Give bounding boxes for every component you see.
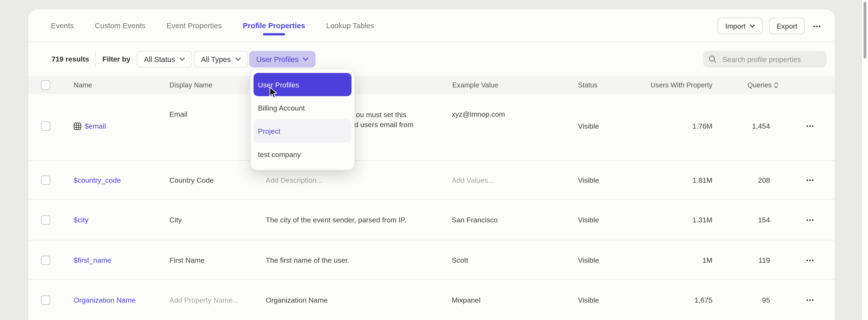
users-with-property-cell: 1.81M: [692, 176, 713, 184]
property-name-cell: $first_name: [74, 256, 111, 264]
column-header-example-value: Example Value: [452, 81, 498, 89]
row-more-options-icon[interactable]: •••: [802, 177, 819, 183]
display-name-cell[interactable]: Email: [169, 110, 187, 118]
dropdown-item-user-profiles[interactable]: User Profiles: [254, 73, 351, 96]
description-cell[interactable]: Organization Name: [266, 296, 328, 304]
example-value-cell: Scott: [452, 256, 468, 264]
table-row: Organization Name Add Property Name... O…: [28, 279, 835, 320]
filter-by-label: Filter by: [102, 55, 130, 63]
export-button[interactable]: Export: [769, 17, 805, 34]
column-header-name: Name: [74, 81, 92, 89]
chevron-down-icon: [303, 58, 308, 61]
property-name-link[interactable]: $email: [85, 122, 106, 130]
entity-filter-chip[interactable]: User Profiles: [249, 51, 316, 68]
sort-icon: [774, 82, 778, 88]
example-value-cell: xyz@lmnop.com: [452, 110, 505, 118]
import-button[interactable]: Import: [717, 17, 763, 34]
status-cell[interactable]: Visible: [578, 122, 599, 130]
table-header-row: Name Display Name Example Value Status U…: [28, 76, 835, 94]
row-checkbox[interactable]: [41, 255, 50, 264]
results-count[interactable]: 719 results: [52, 55, 89, 63]
column-header-queries[interactable]: Queries: [748, 81, 778, 89]
property-name-link[interactable]: $first_name: [74, 256, 111, 264]
property-name-link[interactable]: $city: [74, 216, 89, 224]
export-button-label: Export: [777, 22, 798, 30]
search-icon: [708, 55, 717, 64]
search-input[interactable]: [721, 55, 817, 64]
row-checkbox[interactable]: [41, 295, 50, 305]
display-name-placeholder[interactable]: Add Property Name...: [169, 296, 239, 304]
property-name-cell: Organization Name: [74, 296, 136, 304]
description-text-fragment: d users email from: [354, 120, 413, 129]
tab-lookup-tables[interactable]: Lookup Tables: [326, 9, 374, 41]
description-text-fragment: ou must set this: [356, 111, 406, 119]
description-cell[interactable]: The first name of the user.: [266, 256, 349, 264]
column-header-users-with-property: Users With Property: [650, 81, 712, 89]
row-checkbox[interactable]: [41, 176, 50, 185]
status-cell[interactable]: Visible: [578, 216, 599, 224]
scrollbar-track[interactable]: [861, 0, 868, 320]
lookup-table-icon: [74, 122, 81, 130]
filter-bar: 719 results Filter by All Status All Typ…: [28, 42, 835, 76]
row-more-options-icon[interactable]: •••: [802, 257, 819, 263]
status-cell[interactable]: Visible: [578, 296, 599, 304]
description-placeholder[interactable]: Add Description...: [266, 176, 322, 184]
description-cell[interactable]: The city of the event sender, parsed fro…: [266, 216, 406, 224]
divider: [95, 52, 96, 66]
column-header-queries-label: Queries: [748, 81, 772, 89]
queries-cell: 119: [758, 256, 770, 264]
dropdown-item-test-company[interactable]: test company: [254, 143, 351, 166]
table-row: $country_code Country Code Add Descripti…: [28, 160, 835, 200]
status-cell[interactable]: Visible: [578, 176, 599, 184]
more-options-icon[interactable]: •••: [811, 23, 824, 29]
property-name-cell: $country_code: [74, 176, 121, 184]
column-header-status: Status: [578, 81, 597, 89]
example-value-cell: San Francisco: [452, 216, 498, 224]
display-name-cell[interactable]: Country Code: [169, 176, 214, 184]
select-all-checkbox[interactable]: [41, 80, 50, 90]
tab-label: Event Properties: [166, 21, 222, 30]
row-more-options-icon[interactable]: •••: [802, 123, 819, 129]
entity-dropdown-menu: User Profiles Billing Account Project te…: [250, 69, 355, 170]
chevron-down-icon: [180, 58, 185, 61]
tab-events[interactable]: Events: [51, 9, 74, 41]
display-name-cell[interactable]: First Name: [169, 256, 205, 264]
mouse-cursor-icon: [269, 87, 278, 99]
content-card: Events Custom Events Event Properties Pr…: [28, 9, 835, 320]
entity-filter-label: User Profiles: [256, 55, 299, 63]
example-value-cell: Mixpanel: [452, 296, 480, 304]
status-filter-chip[interactable]: All Status: [137, 51, 192, 68]
display-name-cell[interactable]: City: [169, 216, 182, 224]
tab-label: Profile Properties: [243, 21, 305, 30]
row-checkbox[interactable]: [41, 215, 50, 224]
row-more-options-icon[interactable]: •••: [802, 297, 819, 303]
chevron-down-icon: [749, 25, 755, 28]
scrollbar-thumb[interactable]: [864, 2, 866, 59]
users-with-property-cell: 1.76M: [692, 122, 713, 130]
row-more-options-icon[interactable]: •••: [802, 217, 819, 223]
dropdown-item-billing-account[interactable]: Billing Account: [254, 96, 351, 119]
column-header-display-name: Display Name: [169, 81, 212, 89]
property-name-cell: $email: [74, 122, 106, 130]
tab-label: Custom Events: [95, 21, 146, 30]
tab-profile-properties[interactable]: Profile Properties: [243, 9, 305, 41]
tab-event-properties[interactable]: Event Properties: [166, 9, 222, 41]
chevron-down-icon: [235, 58, 241, 61]
table-row: $first_name First Name The first name of…: [28, 240, 835, 280]
top-actions: Import Export •••: [717, 17, 824, 34]
property-name-link[interactable]: $country_code: [74, 176, 121, 184]
table-row: $email Email ou must set this d users em…: [28, 94, 835, 161]
tab-custom-events[interactable]: Custom Events: [95, 9, 146, 41]
example-value-placeholder[interactable]: Add Values...: [452, 176, 494, 184]
users-with-property-cell: 1M: [703, 256, 713, 264]
type-filter-chip[interactable]: All Types: [194, 51, 248, 68]
type-filter-label: All Types: [201, 55, 231, 63]
dropdown-item-project[interactable]: Project: [254, 119, 351, 143]
tab-bar: Events Custom Events Event Properties Pr…: [28, 9, 374, 41]
property-name-link[interactable]: Organization Name: [74, 296, 136, 304]
tab-label: Lookup Tables: [326, 21, 374, 30]
status-cell[interactable]: Visible: [578, 256, 599, 264]
users-with-property-cell: 1.31M: [692, 216, 713, 224]
row-checkbox[interactable]: [41, 121, 50, 131]
profile-properties-page: Events Custom Events Event Properties Pr…: [0, 0, 868, 320]
